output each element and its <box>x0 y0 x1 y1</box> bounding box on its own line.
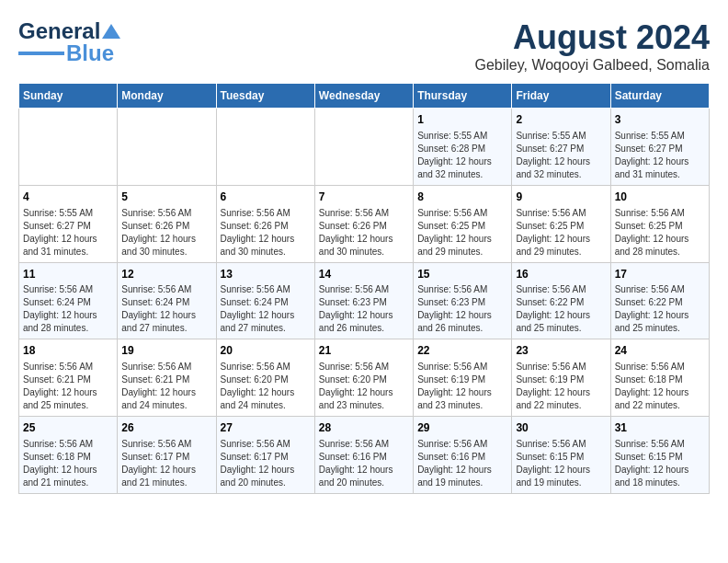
day-info: Sunrise: 5:56 AM Sunset: 6:20 PM Dayligh… <box>221 361 311 412</box>
day-info: Sunrise: 5:56 AM Sunset: 6:25 PM Dayligh… <box>417 207 507 259</box>
day-info: Sunrise: 5:56 AM Sunset: 6:21 PM Dayligh… <box>23 361 113 412</box>
day-info: Sunrise: 5:55 AM Sunset: 6:27 PM Dayligh… <box>516 130 606 181</box>
calendar-cell: 27Sunrise: 5:56 AM Sunset: 6:17 PM Dayli… <box>216 417 314 494</box>
calendar-cell: 7Sunrise: 5:56 AM Sunset: 6:26 PM Daylig… <box>314 185 413 262</box>
calendar-cell: 8Sunrise: 5:56 AM Sunset: 6:25 PM Daylig… <box>414 185 512 262</box>
calendar-week-row: 4Sunrise: 5:55 AM Sunset: 6:27 PM Daylig… <box>19 185 710 262</box>
calendar-cell: 5Sunrise: 5:56 AM Sunset: 6:26 PM Daylig… <box>118 185 216 262</box>
day-number: 5 <box>121 190 211 205</box>
day-number: 6 <box>221 190 311 205</box>
calendar-cell: 29Sunrise: 5:56 AM Sunset: 6:16 PM Dayli… <box>414 417 512 494</box>
weekday-header: Tuesday <box>216 84 314 109</box>
calendar-cell: 3Sunrise: 5:55 AM Sunset: 6:27 PM Daylig… <box>610 109 709 186</box>
calendar-cell: 26Sunrise: 5:56 AM Sunset: 6:17 PM Dayli… <box>118 417 216 494</box>
logo-icon <box>102 22 120 40</box>
day-number: 11 <box>23 267 113 282</box>
calendar-cell: 2Sunrise: 5:55 AM Sunset: 6:27 PM Daylig… <box>512 109 610 186</box>
calendar-cell: 20Sunrise: 5:56 AM Sunset: 6:20 PM Dayli… <box>216 339 314 417</box>
day-number: 16 <box>516 267 606 282</box>
calendar-cell: 19Sunrise: 5:56 AM Sunset: 6:21 PM Dayli… <box>118 339 216 417</box>
day-info: Sunrise: 5:56 AM Sunset: 6:23 PM Dayligh… <box>319 283 409 335</box>
day-info: Sunrise: 5:56 AM Sunset: 6:24 PM Dayligh… <box>221 283 311 335</box>
page-title: August 2024 <box>474 18 710 57</box>
day-number: 24 <box>615 343 705 359</box>
day-number: 1 <box>417 112 507 128</box>
calendar-cell: 9Sunrise: 5:56 AM Sunset: 6:25 PM Daylig… <box>512 185 610 262</box>
day-info: Sunrise: 5:56 AM Sunset: 6:19 PM Dayligh… <box>516 361 606 412</box>
calendar-cell: 6Sunrise: 5:56 AM Sunset: 6:26 PM Daylig… <box>216 185 314 262</box>
day-number: 25 <box>23 420 113 436</box>
day-info: Sunrise: 5:56 AM Sunset: 6:25 PM Dayligh… <box>516 207 606 259</box>
day-info: Sunrise: 5:56 AM Sunset: 6:26 PM Dayligh… <box>221 207 311 259</box>
logo-blue-text: Blue <box>66 40 114 66</box>
calendar-week-row: 25Sunrise: 5:56 AM Sunset: 6:18 PM Dayli… <box>19 417 710 494</box>
svg-marker-0 <box>102 24 120 39</box>
day-info: Sunrise: 5:56 AM Sunset: 6:26 PM Dayligh… <box>121 207 211 259</box>
day-info: Sunrise: 5:56 AM Sunset: 6:22 PM Dayligh… <box>516 283 606 335</box>
calendar-cell: 16Sunrise: 5:56 AM Sunset: 6:22 PM Dayli… <box>512 262 610 339</box>
day-number: 10 <box>615 190 705 205</box>
calendar-cell <box>216 109 314 186</box>
calendar-cell: 1Sunrise: 5:55 AM Sunset: 6:28 PM Daylig… <box>414 109 512 186</box>
day-info: Sunrise: 5:56 AM Sunset: 6:26 PM Dayligh… <box>319 207 409 259</box>
calendar-week-row: 11Sunrise: 5:56 AM Sunset: 6:24 PM Dayli… <box>19 262 710 339</box>
weekday-header: Saturday <box>610 84 709 109</box>
calendar-cell: 31Sunrise: 5:56 AM Sunset: 6:15 PM Dayli… <box>610 417 709 494</box>
day-info: Sunrise: 5:56 AM Sunset: 6:25 PM Dayligh… <box>615 207 705 259</box>
calendar-cell: 15Sunrise: 5:56 AM Sunset: 6:23 PM Dayli… <box>414 262 512 339</box>
day-info: Sunrise: 5:56 AM Sunset: 6:22 PM Dayligh… <box>615 283 705 335</box>
calendar-cell: 11Sunrise: 5:56 AM Sunset: 6:24 PM Dayli… <box>19 262 118 339</box>
day-number: 9 <box>516 190 606 205</box>
calendar-cell <box>314 109 413 186</box>
weekday-header: Sunday <box>19 84 118 109</box>
day-number: 8 <box>417 190 507 205</box>
calendar-cell: 24Sunrise: 5:56 AM Sunset: 6:18 PM Dayli… <box>610 339 709 417</box>
calendar-cell: 30Sunrise: 5:56 AM Sunset: 6:15 PM Dayli… <box>512 417 610 494</box>
page-subtitle: Gebiley, Woqooyi Galbeed, Somalia <box>474 57 710 74</box>
day-number: 2 <box>516 112 606 128</box>
day-number: 17 <box>615 267 705 282</box>
calendar-cell: 23Sunrise: 5:56 AM Sunset: 6:19 PM Dayli… <box>512 339 610 417</box>
day-info: Sunrise: 5:56 AM Sunset: 6:20 PM Dayligh… <box>319 361 409 412</box>
calendar-table: SundayMondayTuesdayWednesdayThursdayFrid… <box>18 83 710 494</box>
day-number: 13 <box>221 267 311 282</box>
day-info: Sunrise: 5:56 AM Sunset: 6:18 PM Dayligh… <box>615 361 705 412</box>
calendar-cell <box>118 109 216 186</box>
calendar-cell: 21Sunrise: 5:56 AM Sunset: 6:20 PM Dayli… <box>314 339 413 417</box>
logo: General Blue <box>18 18 120 66</box>
day-number: 28 <box>319 420 409 436</box>
day-number: 14 <box>319 267 409 282</box>
page-header: General Blue August 2024 Gebiley, Woqooy… <box>18 18 710 74</box>
weekday-header: Monday <box>118 84 216 109</box>
calendar-week-row: 18Sunrise: 5:56 AM Sunset: 6:21 PM Dayli… <box>19 339 710 417</box>
day-info: Sunrise: 5:56 AM Sunset: 6:16 PM Dayligh… <box>417 438 507 489</box>
day-info: Sunrise: 5:56 AM Sunset: 6:19 PM Dayligh… <box>417 361 507 412</box>
day-info: Sunrise: 5:55 AM Sunset: 6:28 PM Dayligh… <box>417 130 507 181</box>
day-info: Sunrise: 5:56 AM Sunset: 6:24 PM Dayligh… <box>23 283 113 335</box>
calendar-cell <box>19 109 118 186</box>
day-number: 4 <box>23 190 113 205</box>
weekday-header: Wednesday <box>314 84 413 109</box>
day-number: 31 <box>615 420 705 436</box>
day-number: 22 <box>417 343 507 359</box>
day-number: 18 <box>23 343 113 359</box>
calendar-cell: 13Sunrise: 5:56 AM Sunset: 6:24 PM Dayli… <box>216 262 314 339</box>
day-number: 30 <box>516 420 606 436</box>
day-info: Sunrise: 5:56 AM Sunset: 6:23 PM Dayligh… <box>417 283 507 335</box>
calendar-header-row: SundayMondayTuesdayWednesdayThursdayFrid… <box>19 84 710 109</box>
day-info: Sunrise: 5:56 AM Sunset: 6:24 PM Dayligh… <box>121 283 211 335</box>
day-number: 21 <box>319 343 409 359</box>
day-number: 15 <box>417 267 507 282</box>
day-number: 12 <box>121 267 211 282</box>
day-info: Sunrise: 5:56 AM Sunset: 6:21 PM Dayligh… <box>121 361 211 412</box>
day-info: Sunrise: 5:56 AM Sunset: 6:15 PM Dayligh… <box>516 438 606 489</box>
day-number: 29 <box>417 420 507 436</box>
day-number: 3 <box>615 112 705 128</box>
weekday-header: Thursday <box>414 84 512 109</box>
calendar-cell: 18Sunrise: 5:56 AM Sunset: 6:21 PM Dayli… <box>19 339 118 417</box>
day-info: Sunrise: 5:56 AM Sunset: 6:18 PM Dayligh… <box>23 438 113 489</box>
calendar-cell: 12Sunrise: 5:56 AM Sunset: 6:24 PM Dayli… <box>118 262 216 339</box>
calendar-cell: 22Sunrise: 5:56 AM Sunset: 6:19 PM Dayli… <box>414 339 512 417</box>
day-number: 19 <box>121 343 211 359</box>
calendar-cell: 10Sunrise: 5:56 AM Sunset: 6:25 PM Dayli… <box>610 185 709 262</box>
